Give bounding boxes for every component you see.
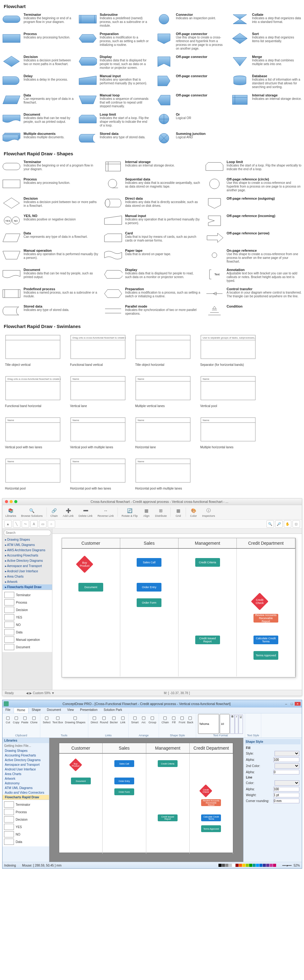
ribbon-direct[interactable]: ▢Direct [90, 714, 99, 734]
corner-input[interactable] [273, 799, 299, 803]
shape-palette-item[interactable]: NO [4, 621, 51, 628]
color-swatch[interactable] [242, 864, 245, 867]
ribbon-chain[interactable]: ▢Chain [161, 714, 170, 734]
library-item[interactable]: ▸ Aerospace and Transport [3, 563, 52, 569]
library-item[interactable]: ▸ Active Directory Diagrams [3, 558, 52, 563]
flowchart-node[interactable]: Terms Approved [253, 651, 278, 660]
color-swatch[interactable] [246, 864, 249, 867]
flowchart-node[interactable]: Document [71, 778, 91, 784]
color-swatch[interactable] [253, 864, 256, 867]
underline-button[interactable]: U [239, 714, 243, 734]
flowchart-node[interactable]: Sales Call [137, 558, 161, 567]
flowchart-node[interactable]: Credit Criteria [158, 760, 178, 767]
color-swatch[interactable] [256, 864, 259, 867]
library-item[interactable]: ▸ Flowcharts Rapid Draw [3, 584, 52, 590]
flowchart-node[interactable]: Buy Product [69, 758, 82, 772]
library-item[interactable]: ▸ Artwork [3, 579, 52, 584]
library-item[interactable]: Accounting Flowcharts [3, 753, 49, 758]
ribbon-cut[interactable]: ▢Cut [4, 714, 12, 734]
ribbon-bezier[interactable]: ▢Bezier [110, 714, 119, 734]
ribbon-clone[interactable]: ▢Clone [30, 714, 38, 734]
ribbon-group[interactable]: ▢Group [148, 714, 157, 734]
text-tool[interactable]: A [30, 520, 38, 528]
flowchart-node[interactable]: Review Accounts Receivable Report [201, 799, 221, 806]
close-button[interactable]: × [295, 702, 300, 706]
maximize-button[interactable]: □ [289, 702, 295, 706]
flowchart-node[interactable]: Terms Approved [201, 825, 221, 832]
minimize-button[interactable]: – [283, 702, 289, 706]
color-swatch[interactable] [270, 864, 273, 867]
menu-document[interactable]: Document [44, 708, 64, 713]
color-select[interactable] [275, 780, 299, 786]
flowchart-node[interactable]: Order Entry [137, 583, 161, 592]
ribbon-fill[interactable]: ▢Fill [170, 714, 178, 734]
library-item[interactable]: ▸ Drawing Shapes [3, 537, 52, 542]
color-swatch[interactable] [259, 864, 263, 867]
shape-palette-item[interactable]: Document [4, 643, 51, 651]
toolbar-inspectors[interactable]: ⓘInspectors [201, 506, 216, 518]
color-swatch[interactable] [222, 864, 225, 867]
flowchart-node[interactable]: Calculate Credit Terms [253, 636, 278, 644]
flowchart-node[interactable]: Credit Issued Report [195, 636, 220, 644]
ribbon-back[interactable]: ▢Back [186, 714, 194, 734]
toolbar-delete-link[interactable]: ➖Delete Link [78, 506, 94, 518]
mac-canvas[interactable]: CustomerSalesManagementCredit Department… [53, 528, 302, 690]
toolbar-reverse-link[interactable]: ↔Reverse Link [96, 506, 115, 518]
library-item[interactable]: Astronomy [3, 781, 49, 786]
flowchart-node[interactable]: Calculate Credit Terms [201, 815, 221, 821]
library-item[interactable]: Drawing Shapes [3, 748, 49, 753]
search-input[interactable] [4, 530, 51, 536]
menu-solution-park[interactable]: Solution Park [100, 708, 125, 713]
color-swatch[interactable] [249, 864, 252, 867]
flowchart-node[interactable]: Credit Check [199, 784, 212, 797]
color-swatch[interactable] [263, 864, 266, 867]
font-select[interactable] [198, 714, 219, 734]
shape-palette-item[interactable]: Process [4, 599, 51, 606]
shape-palette-item[interactable]: Terminator [3, 801, 48, 808]
flowchart-node[interactable]: Credit Check [251, 593, 269, 611]
hand-tool[interactable]: ✋ [284, 520, 291, 528]
color-swatch[interactable] [218, 864, 221, 867]
color-swatch[interactable] [266, 864, 269, 867]
zoom-out[interactable]: 🔎 [275, 520, 283, 528]
line-tool[interactable]: ╲ [13, 520, 21, 528]
color-swatch[interactable] [229, 864, 232, 867]
ribbon-copy[interactable]: ▢Copy [13, 714, 20, 734]
color-swatch[interactable] [273, 864, 276, 867]
fit-tool[interactable]: ⊡ [293, 520, 300, 528]
toolbar-chain[interactable]: 🔗Chain [49, 506, 59, 518]
flowchart-node[interactable]: Buy Product [76, 555, 94, 573]
library-item[interactable]: ▸ Android User Interface [3, 569, 52, 574]
ribbon-smart[interactable]: ▢Smart [131, 714, 139, 734]
pointer-tool[interactable]: ▲ [4, 520, 12, 528]
shape-palette-item[interactable]: NO [3, 830, 48, 838]
toolbar-align[interactable]: ▦Align [141, 506, 151, 518]
flowchart-node[interactable]: Sales Call [115, 760, 134, 767]
rect-tool[interactable]: ▭ [39, 520, 46, 528]
connector-tool[interactable]: ⤳ [22, 520, 29, 528]
ribbon-paste[interactable]: ▢Paste [21, 714, 29, 734]
font-size[interactable] [220, 714, 230, 734]
library-item[interactable]: ▸ Area Charts [3, 574, 52, 579]
menu-home[interactable]: Home [14, 708, 29, 713]
color-swatch[interactable] [239, 864, 242, 867]
library-item[interactable]: Aerospace and Transport [3, 762, 49, 767]
shape-palette-item[interactable]: Data [3, 838, 48, 845]
shape-palette-item[interactable]: Data [4, 628, 51, 636]
library-item[interactable]: Active Directory Diagrams [3, 758, 49, 762]
ellipse-tool[interactable]: ○ [48, 520, 55, 528]
shape-palette-item[interactable]: Decision [3, 816, 48, 823]
library-item[interactable]: Android User Interface [3, 767, 49, 772]
toolbar-browse-solutions[interactable]: 🔍Browse Solutions [20, 506, 44, 518]
toolbar-add-link[interactable]: ➕Add Link [62, 506, 75, 518]
win-canvas[interactable]: CustomerSalesManagementCredit Department… [49, 738, 243, 862]
zoom-display[interactable]: Custom 59% [33, 691, 51, 695]
ribbon-arc[interactable]: ▢Arc [140, 714, 147, 734]
menu-view[interactable]: View [64, 708, 77, 713]
library-item[interactable]: Artwork [3, 776, 49, 781]
flowchart-node[interactable]: Credit Criteria [195, 558, 220, 567]
alpha2-input[interactable] [273, 770, 299, 775]
library-item[interactable]: ▸ ATM UML Diagrams [3, 542, 52, 547]
shape-palette-item[interactable]: Process [3, 808, 48, 816]
menu-file[interactable]: File [3, 708, 14, 713]
